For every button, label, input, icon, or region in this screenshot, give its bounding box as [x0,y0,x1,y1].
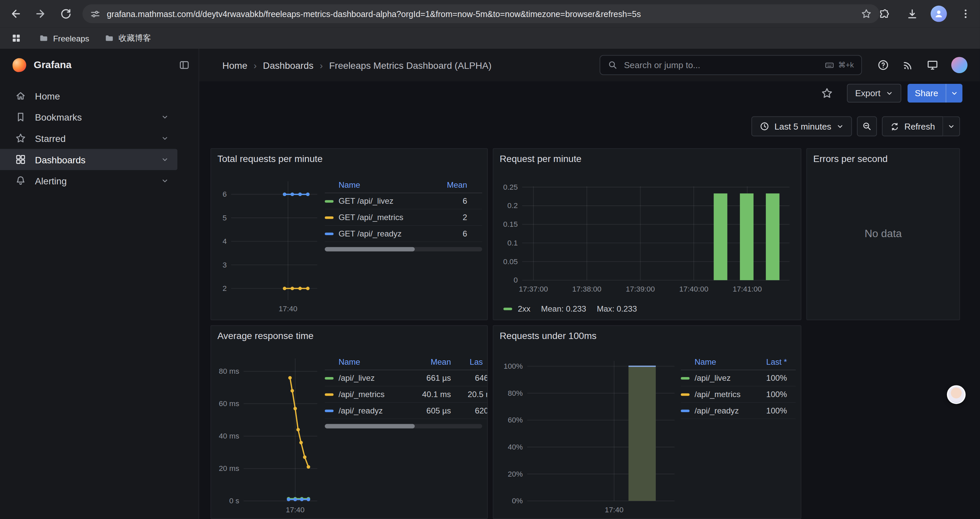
sidebar-item-starred[interactable]: Starred [0,128,177,149]
forward-icon [34,7,47,20]
legend-series-last: 620 [461,406,488,415]
zoom-out-button[interactable] [857,116,877,136]
svg-text:0.1: 0.1 [508,239,518,247]
legend-series-name[interactable]: GET /api/_metrics [339,213,432,222]
legend-series-name[interactable]: /api/_readyz [694,406,752,415]
sidebar-item-dashboards[interactable]: Dashboards [0,149,177,170]
share-dropdown-button[interactable] [946,84,963,102]
site-info-icon[interactable] [90,8,101,19]
bookmark-item-freeleaps[interactable]: Freeleaps [39,33,89,43]
average-response-time-chart[interactable]: 80 ms60 ms40 ms20 ms0 s17:40 [216,351,322,518]
svg-text:17:40: 17:40 [278,305,297,313]
chevron-down-icon [161,113,169,121]
series-color-icon [503,307,512,310]
sidebar-item-home[interactable]: Home [0,85,177,107]
zoom-out-icon [862,121,872,131]
browser-menu-button[interactable] [956,4,975,23]
svg-text:100%: 100% [504,362,523,370]
refresh-interval-dropdown[interactable] [943,116,960,136]
svg-text:17:39:00: 17:39:00 [626,285,655,293]
bookmark-label: Freeleaps [53,34,89,43]
address-bar[interactable]: grafana.mathmast.com/d/deytv4rwavabkb/fr… [83,4,879,23]
keyboard-icon [824,60,835,70]
favorite-dashboard-button[interactable] [818,85,835,102]
sidebar-item-label: Alerting [35,175,67,186]
bookmark-label: 收藏博客 [118,32,151,44]
breadcrumb-dashboards[interactable]: Dashboards [263,60,313,70]
chevron-down-icon [161,134,169,142]
legend-series-mean: 6 [432,196,482,206]
svg-text:4: 4 [223,237,227,246]
svg-text:40 ms: 40 ms [219,432,239,440]
panel-title[interactable]: Request per minute [493,149,800,169]
panel-errors-per-second: Errors per second No data [806,148,960,320]
grafana-sidebar: Grafana Home Bookmarks Starred D [0,49,199,519]
panel-requests-under-100ms: Requests under 100ms 100%80%60%40%20%0%1… [493,325,801,519]
legend-header-row: Name Mean Las [325,353,488,370]
browser-profile-avatar[interactable] [931,6,947,22]
series-color-icon [325,377,334,379]
legend-scrollbar[interactable] [325,424,482,428]
breadcrumb-home[interactable]: Home [223,60,248,70]
legend-header-last[interactable]: Last * [752,357,795,366]
floating-assistant-avatar[interactable] [947,385,966,404]
sidebar-nav: Home Bookmarks Starred Dashboards Alerti… [0,81,199,192]
total-requests-chart[interactable]: 6543217:40 [216,174,322,318]
legend-series-name[interactable]: /api/_readyz [339,406,421,415]
scrollbar-thumb[interactable] [325,424,415,428]
reload-icon [60,8,72,20]
news-button[interactable] [902,59,914,71]
request-per-minute-chart[interactable]: 0.250.20.150.10.05017:37:0017:38:0017:39… [498,174,797,299]
legend-series-name[interactable]: /api/_metrics [339,390,421,399]
legend-series-name[interactable]: GET /api/_livez [339,196,432,206]
legend-table: Name Mean Las /api/_livez 661 µs 646 /ap… [325,353,488,428]
legend-series-name[interactable]: 2xx [518,304,530,313]
extensions-button[interactable] [875,4,893,23]
legend-series-name[interactable]: /api/_livez [339,374,421,383]
reload-button[interactable] [56,4,75,23]
legend-table: Name Last * /api/_livez 100% /api/_metri… [681,353,796,419]
legend-header-mean[interactable]: Mean [421,357,461,366]
bookmark-item-blogs[interactable]: 收藏博客 [104,32,151,44]
search-input[interactable] [623,59,819,71]
legend-scrollbar[interactable] [325,247,482,251]
user-avatar[interactable] [951,57,968,73]
legend-header-mean[interactable]: Mean [432,180,482,189]
panel-title[interactable]: Average response time [211,326,487,346]
back-button[interactable] [6,4,25,23]
share-button[interactable]: Share [907,84,946,102]
scrollbar-thumb[interactable] [325,247,415,251]
legend-header-name[interactable]: Name [694,357,752,366]
forward-button[interactable] [31,4,50,23]
url-text[interactable]: grafana.mathmast.com/d/deytv4rwavabkb/fr… [107,9,854,18]
time-range-picker[interactable]: Last 5 minutes [751,116,852,136]
search-box[interactable]: ⌘+k [600,55,862,75]
legend: 2xx Mean: 0.233 Max: 0.233 [503,304,637,313]
dock-menu-button[interactable] [179,59,190,71]
star-icon [15,133,26,144]
bookmark-star-icon[interactable] [861,8,872,19]
help-button[interactable] [877,59,889,71]
display-button[interactable] [926,59,939,71]
panel-title[interactable]: Total requests per minute [211,149,487,169]
panel-title[interactable]: Requests under 100ms [493,326,800,346]
export-button[interactable]: Export [847,84,901,102]
person-icon [934,9,943,19]
legend-header-name[interactable]: Name [339,180,432,189]
legend-header-last[interactable]: Las [461,357,488,366]
legend-header-name[interactable]: Name [339,357,421,366]
refresh-button[interactable]: Refresh [882,116,943,136]
legend-series-name[interactable]: GET /api/_readyz [339,229,432,238]
sidebar-item-label: Home [35,91,60,101]
requests-under-100ms-chart[interactable]: 100%80%60%40%20%0%17:40 [498,351,681,518]
sidebar-item-bookmarks[interactable]: Bookmarks [0,106,177,128]
legend-series-name[interactable]: /api/_livez [694,374,752,383]
sidebar-item-alerting[interactable]: Alerting [0,170,177,192]
legend-series-name[interactable]: /api/_metrics [694,390,752,399]
download-icon [906,8,918,20]
apps-shortcut-button[interactable] [9,31,24,46]
svg-text:0.05: 0.05 [503,257,518,266]
panel-title[interactable]: Errors per second [807,149,959,169]
downloads-button[interactable] [903,4,921,23]
grafana-logo[interactable] [12,57,27,73]
